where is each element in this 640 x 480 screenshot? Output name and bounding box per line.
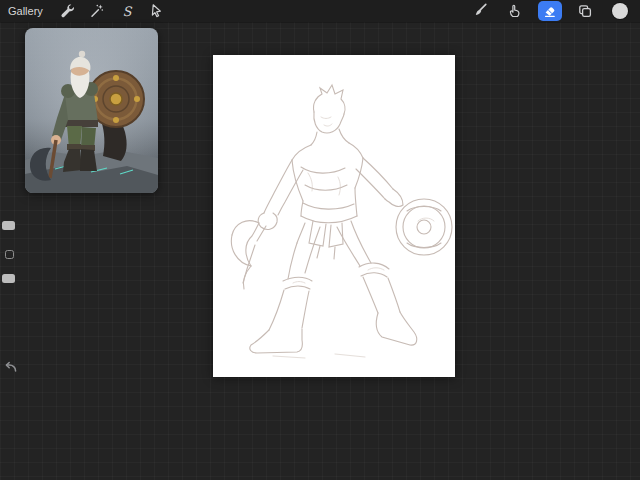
topbar: Gallery S (0, 0, 640, 22)
color-swatch-circle (612, 3, 628, 19)
transform-button[interactable] (145, 1, 169, 21)
brush-icon (472, 3, 488, 19)
reference-image[interactable] (25, 28, 158, 193)
layers-button[interactable] (573, 1, 597, 21)
drawing-canvas[interactable] (213, 55, 455, 377)
brush-opacity-slider[interactable] (2, 274, 15, 283)
erase-button[interactable] (538, 1, 562, 21)
adjustments-button[interactable] (85, 1, 109, 21)
warrior-sketch (213, 55, 455, 377)
undo-button[interactable] (3, 359, 19, 375)
topbar-left-tools: Gallery S (0, 0, 169, 22)
smudge-finger-icon (507, 3, 523, 19)
paint-button[interactable] (468, 1, 492, 21)
gallery-button[interactable]: Gallery (8, 0, 49, 22)
undo-arrow-icon (3, 359, 19, 375)
selection-button[interactable]: S (115, 1, 139, 21)
eraser-icon (542, 3, 558, 19)
wrench-icon (59, 3, 75, 19)
brush-size-slider[interactable] (2, 221, 15, 230)
transform-arrow-icon (149, 3, 165, 19)
actions-button[interactable] (55, 1, 79, 21)
procreate-app: Gallery S (0, 0, 640, 480)
selection-s-icon: S (119, 3, 135, 19)
reference-artwork (25, 28, 158, 193)
layers-icon (577, 3, 593, 19)
modify-button[interactable] (5, 250, 14, 259)
smudge-button[interactable] (503, 1, 527, 21)
topbar-right-tools (468, 1, 640, 21)
svg-text:S: S (122, 4, 132, 19)
color-button[interactable] (608, 1, 632, 21)
magic-wand-icon (89, 3, 105, 19)
